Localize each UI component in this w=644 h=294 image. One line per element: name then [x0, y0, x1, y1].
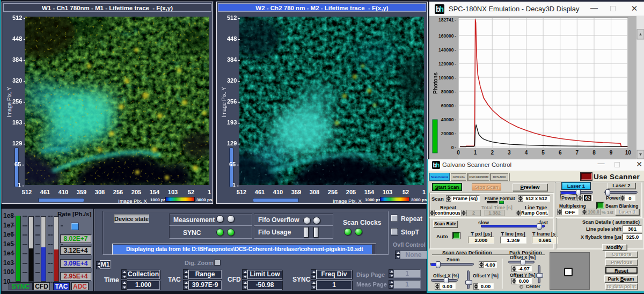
svg-text:140000 -: 140000 -: [438, 47, 456, 53]
svg-text:0 -: 0 -: [451, 145, 456, 150]
svg-text:3: 3: [508, 150, 511, 156]
svg-text:h: h: [436, 161, 440, 169]
svg-text:20000 -: 20000 -: [441, 131, 456, 136]
svg-text:100000 -: 100000 -: [438, 75, 456, 80]
svg-text:5: 5: [541, 150, 545, 156]
svg-text:60000 -: 60000 -: [441, 103, 456, 108]
svg-text:10: 10: [625, 150, 632, 156]
svg-text:h: h: [440, 5, 444, 13]
svg-text:Photons: Photons: [433, 72, 438, 94]
svg-text:182741 -: 182741 -: [438, 17, 456, 23]
svg-text:40000 -: 40000 -: [441, 117, 456, 122]
svg-text:8: 8: [592, 150, 596, 156]
svg-text:1: 1: [474, 150, 477, 156]
svg-text:80000 -: 80000 -: [441, 89, 456, 94]
svg-text:9: 9: [610, 150, 613, 156]
svg-text:7: 7: [576, 150, 579, 156]
svg-text:0: 0: [457, 150, 460, 156]
svg-text:120000 -: 120000 -: [438, 61, 456, 67]
svg-text:160000 -: 160000 -: [438, 33, 456, 39]
svg-text:4: 4: [525, 150, 528, 156]
svg-text:2: 2: [491, 150, 494, 156]
svg-text:6: 6: [559, 150, 562, 156]
